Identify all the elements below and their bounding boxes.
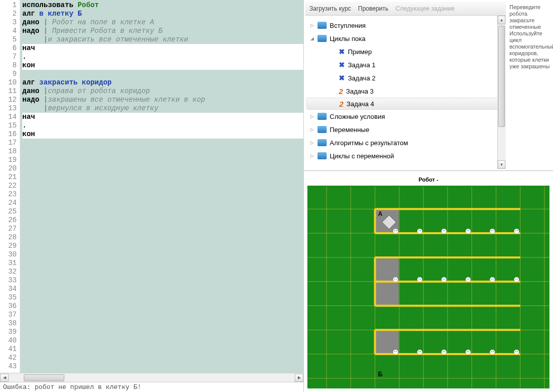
svg-point-63 (465, 277, 470, 282)
expand-icon[interactable]: ▷ (309, 23, 314, 28)
tree-item[interactable]: ▷Сложные условия (306, 110, 505, 123)
code-editor[interactable]: 1234567891011121314151617181920212223242… (0, 0, 303, 373)
expand-icon[interactable]: ◢ (309, 36, 314, 41)
course-tree[interactable]: ▷Вступления◢Циклы пока✖Пример✖Задача 1✖З… (305, 16, 506, 169)
tree-item[interactable]: 2Задача 4 (306, 98, 505, 110)
code-line[interactable] (22, 293, 303, 302)
tree-item[interactable]: ▷Циклы с переменной (306, 149, 505, 162)
svg-point-88 (516, 351, 517, 352)
code-line[interactable] (22, 70, 303, 78)
tree-item[interactable]: ✖Задача 1 (306, 58, 505, 71)
tree-item[interactable]: ✖Пример (306, 45, 505, 58)
code-line[interactable]: . (22, 53, 303, 61)
code-line[interactable]: алг закрасить коридор (22, 78, 303, 87)
svg-point-58 (419, 279, 420, 280)
code-line[interactable]: использовать Робот (22, 1, 303, 10)
code-line[interactable] (22, 139, 303, 147)
code-line[interactable] (22, 225, 303, 233)
code-line[interactable] (22, 336, 303, 345)
code-line[interactable] (22, 259, 303, 268)
svg-point-76 (419, 351, 420, 352)
code-line[interactable]: нач (22, 44, 303, 53)
svg-point-84 (490, 350, 495, 355)
code-line[interactable] (22, 285, 303, 293)
code-line[interactable] (22, 207, 303, 216)
code-line[interactable]: нач (22, 113, 303, 121)
svg-point-49 (491, 230, 492, 231)
scroll-right-button[interactable]: ▶ (295, 374, 303, 382)
svg-point-44 (444, 230, 445, 231)
code-line[interactable] (22, 173, 303, 182)
svg-point-40 (419, 230, 420, 231)
code-line[interactable]: кон (22, 61, 303, 70)
code-line[interactable]: кон (22, 130, 303, 139)
folder-icon (318, 22, 327, 29)
code-line[interactable] (22, 182, 303, 190)
code-line[interactable] (22, 311, 303, 319)
code-line[interactable]: |вернулся в исходную клетку (22, 104, 303, 113)
next-task-button: Следующее задание (396, 5, 454, 12)
code-line[interactable]: надо | Привести Робота в клетку Б (22, 27, 303, 35)
code-line[interactable] (22, 242, 303, 250)
scroll-thumb[interactable] (498, 26, 505, 127)
svg-point-56 (396, 279, 397, 280)
code-line[interactable] (22, 199, 303, 207)
tree-item[interactable]: ◢Циклы пока (306, 32, 505, 45)
robot-field[interactable]: АБ (307, 186, 549, 388)
code-line[interactable] (22, 328, 303, 336)
code-line[interactable] (22, 354, 303, 362)
tree-item-label: Сложные условия (330, 113, 385, 120)
code-line[interactable] (22, 156, 303, 164)
expand-icon[interactable]: ▷ (309, 153, 314, 158)
code-line[interactable] (22, 268, 303, 276)
expand-icon[interactable]: ▷ (309, 140, 314, 145)
code-line[interactable]: дано |справа от робота коридор (22, 87, 303, 96)
svg-point-41 (420, 230, 421, 231)
code-line[interactable] (22, 164, 303, 173)
expand-icon[interactable]: ▷ (309, 127, 314, 132)
code-line[interactable] (22, 319, 303, 328)
svg-point-80 (444, 351, 445, 352)
scroll-thumb[interactable] (24, 374, 64, 381)
load-course-button[interactable]: Загрузить курс (309, 5, 351, 12)
code-line[interactable] (22, 276, 303, 285)
svg-point-86 (493, 351, 494, 352)
scroll-track[interactable] (9, 374, 295, 382)
scroll-down-button[interactable]: ▼ (498, 160, 505, 169)
code-line[interactable]: надо |закрашены все отмеченные клетки в … (22, 96, 303, 104)
horizontal-scrollbar[interactable]: ◀ ▶ (0, 373, 303, 382)
scroll-left-button[interactable]: ◀ (0, 374, 9, 382)
svg-point-69 (514, 277, 519, 282)
svg-point-39 (417, 229, 422, 234)
folder-icon (318, 35, 327, 42)
tree-item-label: Вступления (330, 22, 366, 29)
code-line[interactable]: дано | Робот на поле в клетке А (22, 18, 303, 27)
tree-item-label: Циклы пока (330, 35, 366, 42)
tree-item[interactable]: ✖Задача 2 (306, 71, 505, 84)
expand-icon[interactable]: ▷ (309, 114, 314, 119)
code-line[interactable]: алг в клетку Б (22, 10, 303, 18)
code-line[interactable] (22, 345, 303, 354)
tree-item[interactable]: ▷Вступления (306, 19, 505, 32)
svg-point-78 (442, 350, 447, 355)
svg-point-62 (444, 279, 445, 280)
code-line[interactable]: |и закрасить все отмеченные клетки (22, 35, 303, 44)
scroll-up-button[interactable]: ▲ (498, 16, 505, 24)
code-line[interactable] (22, 302, 303, 311)
tree-vertical-scrollbar[interactable]: ▲ ▼ (497, 16, 506, 169)
check-button[interactable]: Проверить (358, 5, 388, 12)
code-line[interactable] (22, 216, 303, 225)
code-line[interactable] (22, 250, 303, 259)
code-line[interactable] (22, 190, 303, 199)
code-line[interactable] (22, 233, 303, 242)
folder-icon (318, 152, 327, 159)
svg-point-73 (394, 351, 396, 352)
code-line[interactable] (22, 147, 303, 156)
code-area[interactable]: использовать Роботалг в клетку Бдано | Р… (20, 0, 303, 373)
code-line[interactable]: . (22, 121, 303, 130)
tree-item[interactable]: 2Задача 3 (306, 84, 505, 98)
tree-item[interactable]: ▷Переменные (306, 123, 505, 136)
tree-item[interactable]: ▷Алгоритмы с результатом (306, 136, 505, 149)
svg-point-71 (517, 279, 518, 280)
code-line[interactable] (22, 362, 303, 371)
